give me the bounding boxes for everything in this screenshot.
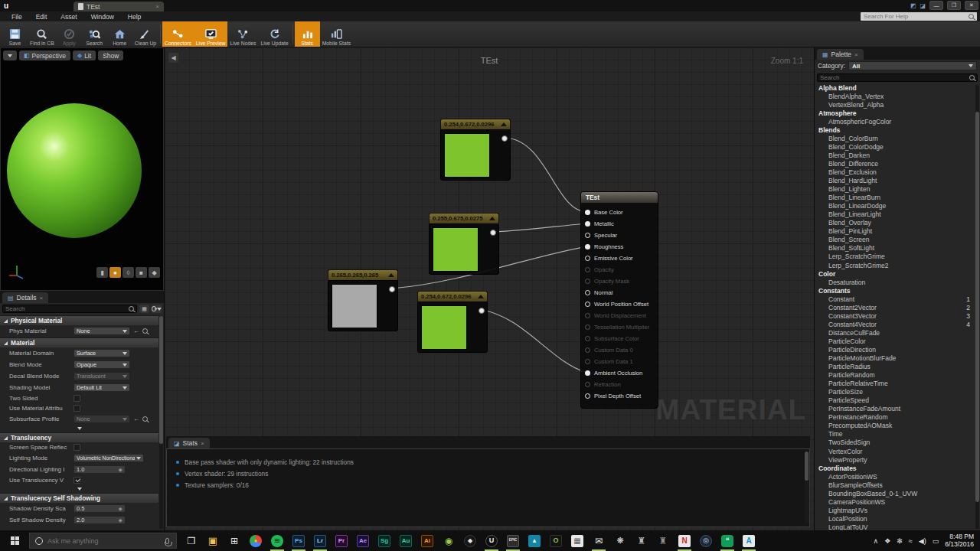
stats-scrollbar[interactable] [805,452,808,524]
material-pin[interactable]: Metallic [581,218,658,230]
constant-node-2[interactable]: 0.255,0.675,0.0275 [429,213,499,275]
material-pin[interactable]: World Position Offset [581,298,658,310]
tab-stats[interactable]: ◪ Stats × [168,438,210,448]
shading-model-dropdown[interactable]: Default Lit [74,383,130,392]
settings-app-icon[interactable]: ❋ [609,530,631,551]
palette-item[interactable]: Constant3Vector 3 [815,311,974,320]
tab-palette[interactable]: ▦ Palette × [817,49,864,60]
palette-item[interactable]: Lerp_ScratchGrime2 [815,261,974,269]
palette-item[interactable]: CameraPositionWS [815,497,974,506]
palette-item[interactable]: Atmosphere [815,109,974,117]
palette-item[interactable]: Blend_HardLight [815,177,974,185]
section-translucency-self-shadowing[interactable]: Translucency Self Shadowing [0,493,158,503]
output-pin[interactable] [389,286,395,292]
palette-item[interactable]: BoundingBoxBased_0-1_UVW [815,489,974,497]
speedgrade-icon[interactable]: Sg [374,530,395,551]
minimize-button[interactable]: — [929,1,943,10]
pin-icon[interactable] [585,302,590,307]
unreal-engine-icon[interactable]: U [481,530,502,551]
lit-mode-button[interactable]: ◆ Lit [73,51,96,60]
game-icon-1[interactable]: ♜ [631,530,652,551]
titlebar-icon-1[interactable]: ◩ [910,2,916,9]
palette-item[interactable]: BlurSampleOffsets [815,481,974,489]
material-pin[interactable]: Ambient Occlusion [581,367,658,379]
phys-material-dropdown[interactable]: None [74,327,130,335]
palette-item[interactable]: Time [815,430,974,439]
palette-item[interactable]: ParticleRelativeTime [815,380,974,388]
collapse-arrow-icon[interactable] [501,122,507,126]
mesh-custom-button[interactable]: ◆ [149,267,160,278]
grid-view-button[interactable]: ▦ [139,305,149,313]
collapse-arrow-icon[interactable] [489,217,495,220]
live-preview-button[interactable]: Live Preview [194,21,228,47]
material-node-header[interactable]: TEst [581,192,658,203]
pin-icon[interactable] [585,382,590,387]
palette-item[interactable]: PerInstanceFadeAmount [815,405,974,413]
pin-icon[interactable] [585,324,590,330]
clean-up-button[interactable]: Clean Up [132,21,158,47]
palette-item[interactable]: ParticleRadius [815,363,974,371]
drag-handle-icon[interactable]: ◈ [119,467,122,473]
details-search-input[interactable] [5,305,127,312]
drag-handle-icon[interactable]: ◈ [119,506,122,512]
photoshop-icon[interactable]: Ps [288,530,309,551]
palette-item[interactable]: Constant4Vector 4 [815,320,974,328]
section-translucency[interactable]: Translucency [0,432,158,442]
material-pin[interactable]: Refraction [581,379,658,390]
palette-item[interactable]: VertexBlend_Alpha [815,100,974,109]
material-pin[interactable]: Subsurface Color [581,333,658,344]
menu-item[interactable]: File [5,13,29,21]
palette-item[interactable]: Color [815,269,974,278]
palette-item[interactable]: Blend_PinLight [815,227,974,236]
live-nodes-button[interactable]: Live Nodes [227,21,258,47]
palette-item[interactable]: Blend_Lighten [815,185,974,194]
visibility-filter-button[interactable] [152,305,162,313]
close-icon[interactable]: × [40,295,44,302]
home-button[interactable]: Home [107,21,132,47]
palette-item[interactable]: Constant2Vector 2 [815,303,974,311]
start-button[interactable] [0,530,29,551]
palette-item[interactable]: AtmosphericFogColor [815,117,974,126]
palette-item[interactable]: Blends [815,126,974,134]
task-view-button[interactable]: ❐ [181,530,202,551]
resolve-icon[interactable]: O [545,530,567,551]
help-search[interactable] [861,12,977,21]
use-selected-icon[interactable]: ← [133,328,139,334]
browse-icon[interactable] [142,328,148,334]
palette-item[interactable]: ParticleMotionBlurFade [815,354,974,363]
palette-item[interactable]: Lerp_ScratchGrime [815,253,974,261]
palette-item[interactable]: LongLatToUV [815,523,974,530]
maximize-button[interactable]: ❐ [947,1,961,10]
mesh-sphere-button[interactable]: ● [109,267,121,278]
material-pin[interactable]: Normal [581,287,658,298]
tray-app-icon-2[interactable]: ✻ [897,537,903,545]
shadow-density-scale-input[interactable]: 0.5◈ [74,504,126,513]
constant-node-3[interactable]: 0.265,0.265,0.265 [328,269,398,331]
blend-mode-dropdown[interactable]: Opaque [74,360,130,369]
find-in-cb-button[interactable]: Find in CB [28,21,57,47]
color-swatch[interactable] [421,305,467,350]
calendar-app-icon[interactable]: ▦ [567,530,588,551]
unity-icon[interactable]: ◆ [459,530,481,551]
audition-icon[interactable]: Au [395,530,416,551]
browse-icon[interactable] [142,416,148,422]
palette-item[interactable]: ActorPositionWS [815,472,974,481]
material-domain-dropdown[interactable]: Surface [74,349,130,357]
connectors-button[interactable]: Connectors [162,21,194,47]
palette-item[interactable]: VertexColor [815,447,974,455]
material-pin[interactable]: World Displacement [581,310,658,321]
pin-icon[interactable] [585,313,590,318]
cortana-search-input[interactable] [47,537,161,545]
windows-store-icon[interactable]: ⊞ [224,530,245,551]
color-swatch[interactable] [444,133,490,178]
android-studio-icon[interactable]: ◉ [438,530,459,551]
action-center-icon[interactable]: ▭ [933,537,939,545]
palette-item[interactable]: Blend_Darken [815,151,974,159]
section-material[interactable]: Material [0,337,158,347]
details-scrollbar[interactable] [159,316,163,529]
drag-handle-icon[interactable]: ◈ [119,517,122,523]
game-icon-2[interactable]: ♜ [652,530,674,551]
pin-icon[interactable] [585,267,590,272]
live-update-button[interactable]: Live Update [258,21,290,47]
material-result-node[interactable]: TEst Base Color Metallic [580,191,658,409]
